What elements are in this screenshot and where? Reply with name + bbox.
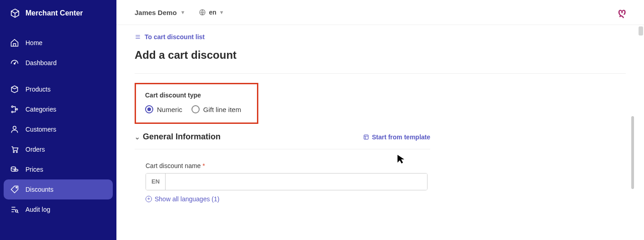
template-link-label: Start from template [372,133,430,141]
svg-point-10 [15,210,18,212]
sidebar-item-prices[interactable]: Prices [0,159,116,179]
box-icon [10,85,19,94]
svg-point-0 [14,63,15,64]
svg-point-8 [14,169,18,171]
svg-point-6 [16,152,18,153]
sidebar-item-dashboard[interactable]: Dashboard [0,53,116,73]
field-label-name: Cart discount name * [146,162,626,169]
name-input-wrap: EN [146,173,428,190]
sidebar-item-label: Orders [25,146,45,153]
page-title: Add a cart discount [135,49,626,61]
sidebar-item-label: Customers [25,126,56,133]
show-all-languages-link[interactable]: + Show all languages (1) [146,195,219,203]
svg-point-1 [11,106,13,107]
project-name: James Demo [135,9,177,16]
cart-icon [10,145,19,154]
sidebar: Merchant Center Home Dashboard Products … [0,0,116,240]
sidebar-item-label: Products [25,86,50,93]
sidebar-item-label: Home [25,39,42,46]
plus-circle-icon: + [146,196,152,202]
divider [135,73,626,74]
user-icon [10,125,19,134]
discount-type-label: Cart discount type [145,92,248,99]
language-switcher[interactable]: en ▼ [199,9,224,16]
section-toggle-general[interactable]: ⌄ General Information [135,132,221,142]
svg-rect-12 [364,135,368,139]
section-title: General Information [143,132,221,142]
sidebar-item-label: Audit log [25,206,50,213]
sidebar-item-orders[interactable]: Orders [0,139,116,159]
main: James Demo ▼ en ▼ ღ To cart discount lis… [116,0,644,240]
sidebar-item-label: Dashboard [25,59,57,66]
commercetools-logo: ღ [618,6,626,18]
brand-title: Merchant Center [25,9,83,17]
radio-gift-line-item[interactable]: Gift line item [191,105,241,113]
scrollbar[interactable] [631,116,634,189]
divider [135,149,430,149]
sidebar-item-home[interactable]: Home [0,33,116,53]
back-link[interactable]: To cart discount list [135,33,205,41]
radio-numeric[interactable]: Numeric [145,105,182,113]
scrollbar-thumb[interactable] [639,26,643,36]
radio-label: Gift line item [203,106,241,113]
sidebar-item-label: Discounts [25,186,53,193]
hierarchy-icon [10,105,19,114]
language-code: en [209,9,216,16]
radio-label: Numeric [157,106,182,113]
sidebar-item-products[interactable]: Products [0,79,116,99]
svg-point-5 [13,152,14,153]
search-list-icon [10,205,19,214]
content: To cart discount list Add a cart discoun… [116,25,644,240]
start-from-template-link[interactable]: Start from template [363,133,430,141]
back-link-label: To cart discount list [145,33,205,41]
globe-icon [199,9,206,16]
home-icon [10,38,19,47]
sidebar-item-customers[interactable]: Customers [0,119,116,139]
list-icon [135,34,141,40]
required-mark: * [201,162,205,169]
general-form: Cart discount name * EN + Show all langu… [135,162,626,203]
sidebar-item-categories[interactable]: Categories [0,99,116,119]
discount-name-input[interactable] [166,174,427,190]
gauge-icon [10,58,19,67]
project-switcher[interactable]: James Demo ▼ [135,9,185,16]
tag-icon [10,185,19,194]
show-languages-label: Show all languages (1) [155,195,219,203]
language-chip[interactable]: EN [146,174,166,190]
discount-type-options: Numeric Gift line item [145,105,248,113]
sidebar-item-label: Categories [25,106,56,113]
sidebar-item-label: Prices [25,166,43,173]
topbar: James Demo ▼ en ▼ ღ [116,0,644,25]
chevron-down-icon: ⌄ [135,133,140,141]
svg-point-3 [16,108,17,110]
cube-icon [10,8,20,18]
discount-type-highlight: Cart discount type Numeric Gift line ite… [135,83,258,124]
coins-icon [10,165,19,174]
svg-point-7 [11,167,16,169]
chevron-down-icon: ▼ [181,10,186,15]
sidebar-item-discounts[interactable]: Discounts [4,179,113,199]
sidebar-brand: Merchant Center [0,0,116,26]
radio-icon [145,105,153,113]
svg-point-9 [16,187,17,189]
window-scrollbar[interactable] [639,0,643,240]
chevron-down-icon: ▼ [219,10,224,15]
svg-point-4 [13,126,16,129]
sidebar-item-auditlog[interactable]: Audit log [0,199,116,220]
svg-point-2 [11,111,13,112]
template-icon [363,134,369,140]
radio-icon [191,105,200,113]
